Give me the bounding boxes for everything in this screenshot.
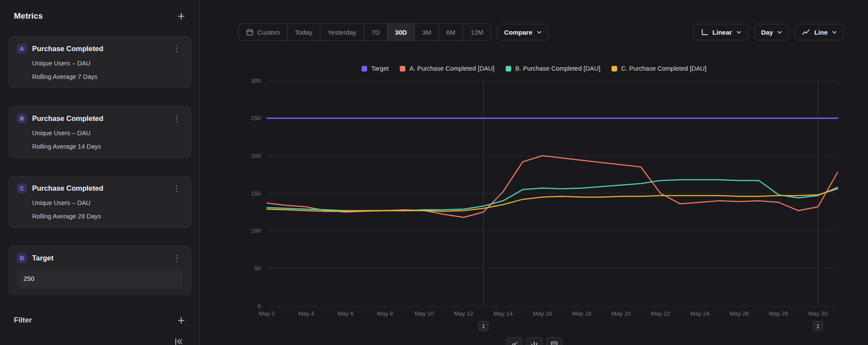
y-axis-tick-label: 200 — [251, 153, 261, 159]
mini-line-chart-icon — [511, 341, 518, 345]
svg-text:1: 1 — [482, 323, 485, 329]
compare-button[interactable]: Compare — [497, 24, 548, 40]
metric-badge-c: C — [17, 183, 27, 193]
y-axis-tick-label: 300 — [251, 78, 261, 84]
mini-bar-chart-icon — [531, 341, 538, 345]
scale-dropdown-button[interactable]: Linear — [694, 24, 748, 40]
app-root: Metrics A Purchase Completed ⋮ Unique Us… — [0, 0, 868, 345]
metric-title: Purchase Completed — [32, 184, 171, 192]
kebab-menu-icon[interactable]: ⋮ — [171, 45, 183, 53]
legend-item[interactable]: A. Purchase Completed [DAU] — [400, 65, 494, 72]
metric-card-header: D Target ⋮ — [17, 253, 183, 263]
chart-type-dropdown-button[interactable]: Line — [795, 24, 844, 40]
legend-swatch — [612, 66, 617, 72]
range-today-button[interactable]: Today — [287, 24, 320, 40]
metric-rolling-average: Rolling Average 28 Days — [32, 212, 183, 220]
metric-card-c[interactable]: C Purchase Completed ⋮ Unique Users – DA… — [9, 176, 191, 228]
chevron-down-icon — [832, 31, 837, 34]
interval-label: Day — [761, 29, 773, 36]
legend-item[interactable]: B. Purchase Completed [DAU] — [506, 65, 600, 72]
x-axis-tick-label: May 6 — [338, 310, 354, 317]
collapse-left-icon — [174, 337, 183, 345]
filter-header-row: Filter — [9, 315, 191, 326]
x-axis-tick-label: May 12 — [454, 310, 473, 317]
y-axis-tick-label: 150 — [251, 190, 261, 197]
metric-badge-a: A — [17, 44, 27, 54]
range-7d-button[interactable]: 7D — [364, 24, 387, 40]
chevron-down-icon — [537, 31, 542, 34]
range-12m-button[interactable]: 12M — [463, 24, 490, 40]
annotation-marker[interactable]: 1 — [813, 321, 823, 331]
scale-label: Linear — [713, 29, 732, 36]
range-label: 3M — [422, 29, 431, 36]
range-label: Custom — [257, 29, 280, 36]
x-axis-tick-label: May 22 — [651, 310, 670, 317]
range-label: 7D — [372, 29, 380, 36]
linear-scale-icon — [701, 29, 708, 36]
x-axis-tick-label: May 20 — [612, 310, 631, 317]
chart-display-controls: Linear Day Line — [694, 24, 844, 40]
metric-card-b[interactable]: B Purchase Completed ⋮ Unique Users – DA… — [9, 106, 191, 158]
series-line[interactable] — [267, 189, 838, 212]
collapse-sidebar-button[interactable] — [174, 337, 183, 345]
target-value-input[interactable] — [17, 269, 183, 287]
range-custom-button[interactable]: Custom — [239, 24, 287, 40]
series-line[interactable] — [267, 156, 838, 217]
table-view-button[interactable] — [546, 337, 562, 345]
range-30d-button[interactable]: 30D — [387, 24, 414, 40]
range-label: Yesterday — [328, 29, 356, 36]
chart-type-label: Line — [814, 29, 828, 36]
chart-toolbar: Custom Today Yesterday 7D 30D 3M 6M 12M … — [238, 23, 844, 41]
legend-swatch — [400, 66, 405, 72]
target-title: Target — [32, 254, 171, 262]
y-axis-tick-label: 100 — [251, 228, 261, 234]
kebab-menu-icon[interactable]: ⋮ — [171, 254, 183, 262]
bar-view-button[interactable] — [526, 337, 542, 345]
add-filter-button[interactable] — [175, 315, 187, 326]
interval-dropdown-button[interactable]: Day — [754, 24, 789, 40]
metric-rolling-average: Rolling Average 7 Days — [32, 73, 183, 81]
calendar-icon — [246, 29, 253, 36]
x-axis-tick-label: May 18 — [572, 310, 591, 317]
y-axis-tick-label: 50 — [254, 265, 261, 272]
legend-label: A. Purchase Completed [DAU] — [409, 65, 494, 72]
legend-item[interactable]: C. Purchase Completed [DAU] — [612, 65, 707, 72]
legend-item[interactable]: Target — [362, 65, 388, 72]
chevron-down-icon — [736, 31, 741, 34]
kebab-menu-icon[interactable]: ⋮ — [171, 115, 183, 123]
kebab-menu-icon[interactable]: ⋮ — [171, 185, 183, 192]
metric-card-target[interactable]: D Target ⋮ — [9, 246, 191, 295]
y-axis-tick-label: 0 — [257, 303, 261, 309]
x-axis-tick-label: May 30 — [809, 310, 828, 317]
metric-badge-d: D — [17, 253, 27, 263]
metric-measurement: Unique Users – DAU — [32, 199, 183, 207]
x-axis-tick-label: May 26 — [730, 310, 749, 317]
range-3m-button[interactable]: 3M — [414, 24, 439, 40]
x-axis-tick-label: May 2 — [259, 310, 275, 317]
main-content: Custom Today Yesterday 7D 30D 3M 6M 12M … — [200, 0, 868, 345]
x-axis-tick-label: May 24 — [690, 310, 710, 317]
metric-card-a[interactable]: A Purchase Completed ⋮ Unique Users – DA… — [9, 36, 191, 88]
legend-label: B. Purchase Completed [DAU] — [515, 65, 600, 72]
line-view-button[interactable] — [506, 337, 523, 345]
metric-title: Purchase Completed — [32, 45, 171, 53]
x-axis-tick-label: May 8 — [377, 310, 393, 317]
legend-label: Target — [371, 65, 388, 72]
plus-icon — [178, 13, 185, 20]
legend-swatch — [362, 66, 367, 72]
metrics-header: Metrics — [14, 11, 43, 21]
metrics-header-row: Metrics — [9, 10, 191, 22]
add-metric-button[interactable] — [175, 10, 187, 22]
filter-header: Filter — [14, 316, 32, 325]
line-chart[interactable]: 050100150200250300May 2May 4May 6May 8Ma… — [224, 76, 844, 336]
range-label: 12M — [470, 29, 483, 36]
metric-measurement: Unique Users – DAU — [32, 59, 183, 67]
series-line[interactable] — [267, 180, 838, 211]
metric-card-header: A Purchase Completed ⋮ — [17, 44, 183, 54]
y-axis-tick-label: 250 — [251, 115, 261, 121]
range-yesterday-button[interactable]: Yesterday — [320, 24, 364, 40]
annotation-marker[interactable]: 1 — [479, 321, 488, 331]
compare-label: Compare — [504, 29, 532, 36]
range-6m-button[interactable]: 6M — [438, 24, 463, 40]
metric-title: Purchase Completed — [32, 114, 171, 123]
